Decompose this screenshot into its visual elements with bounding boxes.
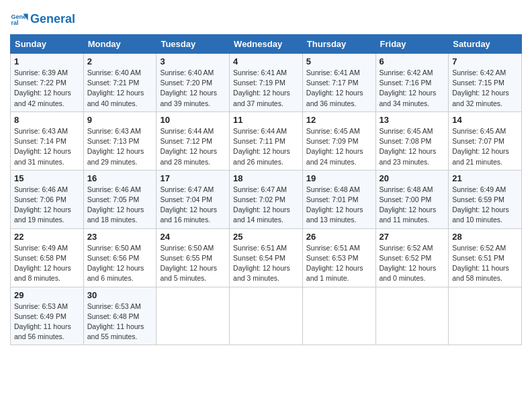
day-number: 25 — [233, 232, 299, 242]
day-number: 9 — [87, 115, 153, 125]
day-info: Sunrise: 6:48 AM Sunset: 7:00 PM Dayligh… — [380, 185, 445, 226]
day-info: Sunrise: 6:45 AM Sunset: 7:09 PM Dayligh… — [306, 126, 372, 167]
day-number: 4 — [233, 56, 299, 66]
day-info: Sunrise: 6:52 AM Sunset: 6:51 PM Dayligh… — [452, 243, 518, 284]
day-number: 21 — [452, 173, 518, 183]
day-info: Sunrise: 6:53 AM Sunset: 6:48 PM Dayligh… — [87, 302, 153, 342]
day-number: 3 — [160, 56, 226, 66]
calendar-cell: 26Sunrise: 6:51 AM Sunset: 6:53 PM Dayli… — [302, 228, 375, 287]
day-number: 19 — [306, 173, 372, 183]
day-number: 26 — [306, 232, 372, 242]
calendar-cell: 9Sunrise: 6:43 AM Sunset: 7:13 PM Daylig… — [83, 111, 157, 170]
day-info: Sunrise: 6:41 AM Sunset: 7:17 PM Dayligh… — [306, 68, 372, 109]
day-info: Sunrise: 6:51 AM Sunset: 6:53 PM Dayligh… — [306, 243, 372, 284]
calendar-week-row: 29Sunrise: 6:53 AM Sunset: 6:49 PM Dayli… — [11, 287, 522, 345]
calendar-cell: 27Sunrise: 6:52 AM Sunset: 6:52 PM Dayli… — [375, 228, 449, 287]
weekday-header: Tuesday — [157, 35, 230, 54]
day-info: Sunrise: 6:45 AM Sunset: 7:07 PM Dayligh… — [452, 126, 518, 167]
day-number: 8 — [14, 115, 80, 125]
day-info: Sunrise: 6:46 AM Sunset: 7:05 PM Dayligh… — [87, 185, 153, 226]
calendar-cell: 17Sunrise: 6:47 AM Sunset: 7:04 PM Dayli… — [157, 170, 230, 228]
day-info: Sunrise: 6:52 AM Sunset: 6:52 PM Dayligh… — [380, 243, 445, 284]
calendar-cell: 22Sunrise: 6:49 AM Sunset: 6:58 PM Dayli… — [11, 228, 84, 287]
calendar-cell: 7Sunrise: 6:42 AM Sunset: 7:15 PM Daylig… — [449, 54, 522, 112]
calendar-cell: 30Sunrise: 6:53 AM Sunset: 6:48 PM Dayli… — [83, 287, 157, 345]
day-info: Sunrise: 6:44 AM Sunset: 7:12 PM Dayligh… — [160, 126, 226, 167]
calendar-cell — [375, 287, 449, 345]
calendar-cell: 21Sunrise: 6:49 AM Sunset: 6:59 PM Dayli… — [449, 170, 522, 228]
day-info: Sunrise: 6:47 AM Sunset: 7:04 PM Dayligh… — [160, 185, 226, 226]
day-info: Sunrise: 6:40 AM Sunset: 7:20 PM Dayligh… — [160, 68, 226, 109]
day-number: 13 — [380, 115, 445, 125]
calendar-cell — [302, 287, 375, 345]
day-info: Sunrise: 6:41 AM Sunset: 7:19 PM Dayligh… — [233, 68, 299, 109]
calendar-cell: 18Sunrise: 6:47 AM Sunset: 7:02 PM Dayli… — [230, 170, 303, 228]
day-number: 23 — [87, 232, 153, 242]
day-number: 20 — [380, 173, 445, 183]
day-info: Sunrise: 6:42 AM Sunset: 7:16 PM Dayligh… — [380, 68, 445, 109]
day-info: Sunrise: 6:46 AM Sunset: 7:06 PM Dayligh… — [14, 185, 80, 226]
calendar-cell: 13Sunrise: 6:45 AM Sunset: 7:08 PM Dayli… — [375, 111, 449, 170]
calendar-cell: 11Sunrise: 6:44 AM Sunset: 7:11 PM Dayli… — [230, 111, 303, 170]
day-info: Sunrise: 6:45 AM Sunset: 7:08 PM Dayligh… — [380, 126, 445, 167]
calendar-cell: 19Sunrise: 6:48 AM Sunset: 7:01 PM Dayli… — [302, 170, 375, 228]
calendar-header: SundayMondayTuesdayWednesdayThursdayFrid… — [11, 35, 522, 54]
logo: Gene ral General — [10, 10, 75, 29]
day-number: 1 — [14, 56, 80, 66]
day-number: 29 — [14, 290, 80, 300]
day-number: 30 — [87, 290, 153, 300]
calendar-cell: 3Sunrise: 6:40 AM Sunset: 7:20 PM Daylig… — [157, 54, 230, 112]
calendar-cell: 12Sunrise: 6:45 AM Sunset: 7:09 PM Dayli… — [302, 111, 375, 170]
day-number: 14 — [452, 115, 518, 125]
weekday-header: Friday — [375, 35, 449, 54]
calendar-cell: 1Sunrise: 6:39 AM Sunset: 7:22 PM Daylig… — [11, 54, 84, 112]
day-number: 27 — [380, 232, 445, 242]
day-info: Sunrise: 6:50 AM Sunset: 6:55 PM Dayligh… — [160, 243, 226, 284]
day-number: 2 — [87, 56, 153, 66]
logo-text-general: General — [30, 12, 75, 26]
day-info: Sunrise: 6:39 AM Sunset: 7:22 PM Dayligh… — [14, 68, 80, 109]
day-number: 24 — [160, 232, 226, 242]
day-info: Sunrise: 6:48 AM Sunset: 7:01 PM Dayligh… — [306, 185, 372, 226]
calendar-week-row: 1Sunrise: 6:39 AM Sunset: 7:22 PM Daylig… — [11, 54, 522, 112]
calendar-cell: 14Sunrise: 6:45 AM Sunset: 7:07 PM Dayli… — [449, 111, 522, 170]
calendar-week-row: 22Sunrise: 6:49 AM Sunset: 6:58 PM Dayli… — [11, 228, 522, 287]
day-number: 12 — [306, 115, 372, 125]
day-info: Sunrise: 6:43 AM Sunset: 7:14 PM Dayligh… — [14, 126, 80, 167]
day-number: 22 — [14, 232, 80, 242]
day-info: Sunrise: 6:43 AM Sunset: 7:13 PM Dayligh… — [87, 126, 153, 167]
day-info: Sunrise: 6:50 AM Sunset: 6:56 PM Dayligh… — [87, 243, 153, 284]
day-info: Sunrise: 6:53 AM Sunset: 6:49 PM Dayligh… — [14, 302, 80, 342]
day-number: 28 — [452, 232, 518, 242]
calendar-cell: 29Sunrise: 6:53 AM Sunset: 6:49 PM Dayli… — [11, 287, 84, 345]
calendar-cell — [230, 287, 303, 345]
day-number: 7 — [452, 56, 518, 66]
calendar-week-row: 8Sunrise: 6:43 AM Sunset: 7:14 PM Daylig… — [11, 111, 522, 170]
calendar-cell: 5Sunrise: 6:41 AM Sunset: 7:17 PM Daylig… — [302, 54, 375, 112]
weekday-header: Sunday — [11, 35, 84, 54]
calendar-table: SundayMondayTuesdayWednesdayThursdayFrid… — [10, 34, 522, 345]
calendar-cell: 4Sunrise: 6:41 AM Sunset: 7:19 PM Daylig… — [230, 54, 303, 112]
calendar-cell: 24Sunrise: 6:50 AM Sunset: 6:55 PM Dayli… — [157, 228, 230, 287]
calendar-week-row: 15Sunrise: 6:46 AM Sunset: 7:06 PM Dayli… — [11, 170, 522, 228]
calendar-cell: 28Sunrise: 6:52 AM Sunset: 6:51 PM Dayli… — [449, 228, 522, 287]
day-info: Sunrise: 6:42 AM Sunset: 7:15 PM Dayligh… — [452, 68, 518, 109]
calendar-cell: 2Sunrise: 6:40 AM Sunset: 7:21 PM Daylig… — [83, 54, 157, 112]
day-info: Sunrise: 6:49 AM Sunset: 6:58 PM Dayligh… — [14, 243, 80, 284]
day-number: 16 — [87, 173, 153, 183]
page-header: Gene ral General — [10, 7, 522, 29]
calendar-cell: 15Sunrise: 6:46 AM Sunset: 7:06 PM Dayli… — [11, 170, 84, 228]
day-number: 5 — [306, 56, 372, 66]
calendar-cell: 25Sunrise: 6:51 AM Sunset: 6:54 PM Dayli… — [230, 228, 303, 287]
calendar-body: 1Sunrise: 6:39 AM Sunset: 7:22 PM Daylig… — [11, 54, 522, 345]
calendar-cell: 8Sunrise: 6:43 AM Sunset: 7:14 PM Daylig… — [11, 111, 84, 170]
calendar-cell: 20Sunrise: 6:48 AM Sunset: 7:00 PM Dayli… — [375, 170, 449, 228]
calendar-cell: 16Sunrise: 6:46 AM Sunset: 7:05 PM Dayli… — [83, 170, 157, 228]
weekday-header: Monday — [83, 35, 157, 54]
svg-text:ral: ral — [11, 19, 18, 26]
day-number: 6 — [380, 56, 445, 66]
day-info: Sunrise: 6:47 AM Sunset: 7:02 PM Dayligh… — [233, 185, 299, 226]
weekday-row: SundayMondayTuesdayWednesdayThursdayFrid… — [11, 35, 522, 54]
weekday-header: Thursday — [302, 35, 375, 54]
day-number: 18 — [233, 173, 299, 183]
